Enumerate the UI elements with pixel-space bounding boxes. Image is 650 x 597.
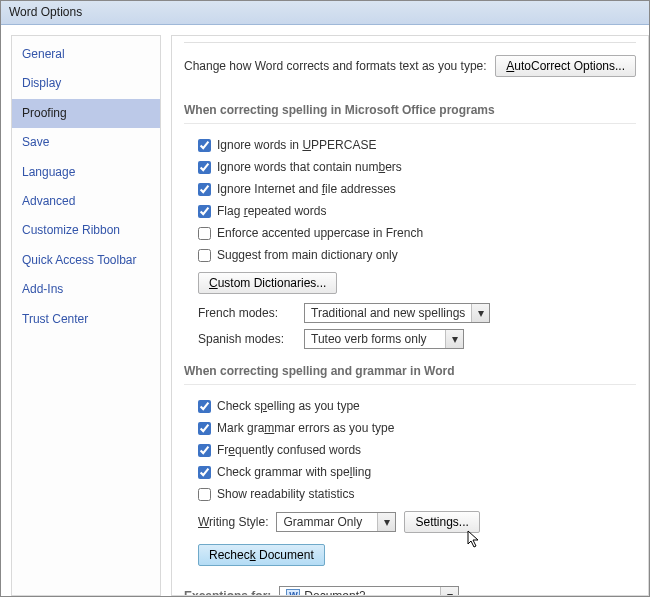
- writing-style-label: Writing Style:: [198, 515, 268, 529]
- chk-flag-repeated[interactable]: Flag repeated words: [184, 200, 636, 222]
- custom-dictionaries-button[interactable]: Custom Dictionaries...: [198, 272, 337, 294]
- exceptions-row: Exceptions for: Document2 ▾: [184, 572, 636, 596]
- sidebar-item-language[interactable]: Language: [12, 158, 160, 187]
- chk-french-accented[interactable]: Enforce accented uppercase in French: [184, 222, 636, 244]
- exceptions-label: Exceptions for:: [184, 589, 271, 596]
- sidebar-item-customize-ribbon[interactable]: Customize Ribbon: [12, 216, 160, 245]
- chk-readability[interactable]: Show readability statistics: [184, 483, 636, 505]
- chk-mark-grammar[interactable]: Mark grammar errors as you type: [184, 417, 636, 439]
- chk-readability-box[interactable]: [198, 488, 211, 501]
- chk-ignore-numbers-box[interactable]: [198, 161, 211, 174]
- sidebar-item-addins[interactable]: Add-Ins: [12, 275, 160, 304]
- section-header-word: When correcting spelling and grammar in …: [184, 352, 636, 385]
- section-header-office: When correcting spelling in Microsoft Of…: [184, 91, 636, 124]
- chk-ignore-uppercase[interactable]: Ignore words in UPPERCASE: [184, 134, 636, 156]
- chk-check-spelling-box[interactable]: [198, 400, 211, 413]
- sidebar-item-general[interactable]: General: [12, 40, 160, 69]
- autocorrect-options-button[interactable]: AAutoCorrect Options...utoCorrect Option…: [495, 55, 636, 77]
- chk-confused-words[interactable]: Frequently confused words: [184, 439, 636, 461]
- intro-text: Change how Word corrects and formats tex…: [184, 59, 487, 73]
- spanish-modes-row: Spanish modes: Tuteo verb forms only ▾: [184, 326, 636, 352]
- sidebar-item-save[interactable]: Save: [12, 128, 160, 157]
- main-panel: Change how Word corrects and formats tex…: [171, 35, 649, 596]
- settings-button[interactable]: Settings...: [404, 511, 479, 533]
- writing-style-row: Writing Style: Grammar Only ▾ Settings..…: [184, 505, 636, 536]
- chevron-down-icon: ▾: [445, 330, 463, 348]
- chk-ignore-numbers[interactable]: Ignore words that contain numbers: [184, 156, 636, 178]
- chk-check-spelling[interactable]: Check spelling as you type: [184, 395, 636, 417]
- chk-ignore-internet[interactable]: Ignore Internet and file addresses: [184, 178, 636, 200]
- french-modes-select[interactable]: Traditional and new spellings ▾: [304, 303, 490, 323]
- chevron-down-icon: ▾: [377, 513, 395, 531]
- window-title: Word Options: [9, 5, 82, 19]
- content-area: General Display Proofing Save Language A…: [1, 25, 649, 596]
- writing-style-select[interactable]: Grammar Only ▾: [276, 512, 396, 532]
- titlebar: Word Options: [1, 1, 649, 25]
- sidebar-item-quick-access[interactable]: Quick Access Toolbar: [12, 246, 160, 275]
- document-icon: [286, 589, 300, 596]
- recheck-document-button[interactable]: Recheck Document: [198, 544, 325, 566]
- chk-grammar-with-spelling[interactable]: Check grammar with spelling: [184, 461, 636, 483]
- chk-confused-words-box[interactable]: [198, 444, 211, 457]
- chk-grammar-with-spelling-box[interactable]: [198, 466, 211, 479]
- sidebar-item-trust-center[interactable]: Trust Center: [12, 305, 160, 334]
- chk-suggest-main-dict[interactable]: Suggest from main dictionary only: [184, 244, 636, 266]
- chk-french-accented-box[interactable]: [198, 227, 211, 240]
- chevron-down-icon: ▾: [471, 304, 489, 322]
- chk-mark-grammar-box[interactable]: [198, 422, 211, 435]
- sidebar-item-display[interactable]: Display: [12, 69, 160, 98]
- chk-flag-repeated-box[interactable]: [198, 205, 211, 218]
- sidebar-item-advanced[interactable]: Advanced: [12, 187, 160, 216]
- spanish-modes-label: Spanish modes:: [198, 332, 296, 346]
- chk-ignore-internet-box[interactable]: [198, 183, 211, 196]
- chevron-down-icon: ▾: [440, 587, 458, 596]
- french-modes-row: French modes: Traditional and new spelli…: [184, 300, 636, 326]
- french-modes-label: French modes:: [198, 306, 296, 320]
- exceptions-select[interactable]: Document2 ▾: [279, 586, 459, 596]
- spanish-modes-select[interactable]: Tuteo verb forms only ▾: [304, 329, 464, 349]
- sidebar: General Display Proofing Save Language A…: [11, 35, 161, 596]
- intro-row: Change how Word corrects and formats tex…: [184, 45, 636, 91]
- chk-suggest-main-dict-box[interactable]: [198, 249, 211, 262]
- chk-ignore-uppercase-box[interactable]: [198, 139, 211, 152]
- sidebar-item-proofing[interactable]: Proofing: [12, 99, 160, 128]
